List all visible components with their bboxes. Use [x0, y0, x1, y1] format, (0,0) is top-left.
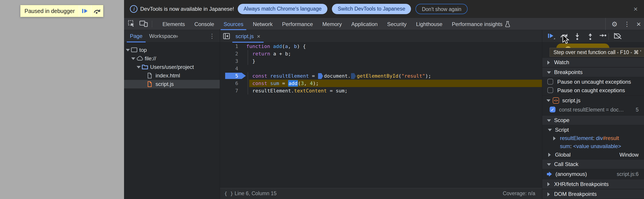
chevron-down-icon[interactable] — [126, 49, 130, 51]
breakpoint-file-group[interactable]: <> script.js — [542, 96, 644, 105]
scope-global-group[interactable]: Global Window — [542, 150, 644, 159]
section-dom-breakpoints[interactable]: DOM Breakpoints — [542, 189, 644, 199]
gutter-line-number[interactable]: 7 — [220, 87, 238, 94]
editor-debugger-divider[interactable] — [542, 30, 542, 199]
code-line-1[interactable]: function add(a, b) { — [243, 43, 542, 50]
main-tab-application[interactable]: Application — [346, 18, 382, 30]
main-tab-console[interactable]: Console — [190, 18, 219, 30]
inline-breakpoint-marker[interactable] — [351, 73, 356, 79]
hide-navigator-icon[interactable] — [223, 33, 230, 40]
main-tab-elements[interactable]: Elements — [158, 18, 190, 30]
main-tab-lighthouse[interactable]: Lighthouse — [411, 18, 447, 30]
step-button[interactable] — [599, 32, 607, 39]
script-file-icon: <> — [553, 97, 559, 104]
tree-item-script-js[interactable]: script.js — [124, 80, 220, 88]
main-tab-sources[interactable]: Sources — [219, 18, 248, 30]
token-pl: a + b; — [273, 51, 291, 56]
tab-label: Memory — [322, 18, 342, 30]
always-match-language-button[interactable]: Always match Chrome's language — [238, 4, 328, 14]
dont-show-again-button[interactable]: Don't show again — [416, 4, 468, 14]
token-kw: function — [246, 43, 273, 49]
token-pl: ) { — [297, 43, 306, 49]
main-tab-memory[interactable]: Memory — [318, 18, 347, 30]
chevron-down-icon[interactable] — [136, 66, 141, 68]
tab-close-icon[interactable]: × — [257, 33, 260, 39]
call-stack-frame[interactable]: (anonymous) script.js:6 — [542, 169, 644, 179]
tree-item-index-html[interactable]: index.html — [124, 71, 220, 80]
code-line-6[interactable]: const sum = add(3, 4); — [243, 80, 542, 87]
file-orange-icon — [147, 81, 152, 88]
main-tab-network[interactable]: Network — [248, 18, 277, 30]
inline-breakpoint-marker-active[interactable] — [318, 73, 323, 79]
tree-item-users-user-project[interactable]: Users/user/project — [124, 63, 220, 71]
step-into-button[interactable] — [574, 32, 581, 41]
debugger-toolbar-separator — [608, 33, 609, 40]
code-line-5[interactable]: const resultElement = document.getElemen… — [243, 72, 542, 80]
tab-label: Lighthouse — [416, 18, 442, 30]
code-line-7[interactable]: resultElement.textContent = sum; — [243, 87, 542, 94]
switch-to-japanese-button[interactable]: Switch DevTools to Japanese — [332, 4, 411, 14]
more-tabs-icon[interactable]: » — [175, 30, 178, 42]
tree-item-top[interactable]: top — [124, 46, 220, 54]
scope-var-resultElement[interactable]: resultElement: div#result — [542, 134, 644, 142]
token-vd: resultElement — [270, 73, 309, 79]
code-line-2[interactable]: return a + b; — [243, 50, 542, 57]
resume-script-button[interactable] — [79, 5, 91, 17]
settings-gear-icon[interactable]: ⚙ — [612, 20, 618, 28]
infobar-close-icon[interactable]: × — [634, 5, 638, 12]
step-over-button[interactable] — [560, 32, 568, 41]
gutter-line-number[interactable]: 2 — [220, 50, 238, 57]
pause-caught-checkbox[interactable] — [548, 87, 553, 93]
tab-workspace[interactable]: Workspace — [149, 30, 176, 42]
token-pl: } — [252, 58, 255, 64]
step-out-button[interactable] — [586, 32, 594, 41]
devtools-close-icon[interactable]: × — [636, 20, 641, 28]
chevron-down-icon[interactable] — [131, 57, 135, 60]
sidebar-editor-divider[interactable] — [220, 30, 220, 199]
deactivate-breakpoints-button[interactable] — [614, 32, 622, 41]
inspect-element-icon[interactable] — [128, 20, 135, 28]
chevron-down-icon — [547, 119, 551, 122]
section-scope[interactable]: Scope — [542, 115, 644, 125]
main-tab-performance-insights[interactable]: Performance insights — [447, 18, 515, 30]
tab-page[interactable]: Page — [130, 30, 142, 42]
token-num: 3 — [301, 81, 304, 86]
gutter-line-number[interactable]: 3 — [220, 57, 238, 65]
tab-script-js[interactable]: script.js × — [232, 30, 264, 43]
pause-uncaught-checkbox[interactable] — [548, 79, 553, 85]
section-xhr-breakpoints[interactable]: XHR/fetch Breakpoints — [542, 179, 644, 189]
section-watch[interactable]: Watch — [542, 57, 644, 67]
token-num: 4 — [310, 81, 313, 86]
tab-label: Performance — [282, 18, 313, 30]
tab-label: Sources — [224, 18, 243, 30]
tree-item-file-[interactable]: file:// — [124, 54, 220, 63]
gutter-line-number[interactable]: 1 — [220, 43, 238, 50]
device-toolbar-icon[interactable] — [139, 20, 148, 28]
paused-in-debugger-overlay: Paused in debugger — [20, 5, 103, 17]
overflow-menu-icon[interactable]: ⋮ — [624, 20, 630, 28]
scope-var-sum[interactable]: sum: <value unavailable> — [542, 142, 644, 150]
resume-button[interactable] — [548, 32, 556, 41]
step-over-button-overlay[interactable] — [91, 5, 103, 17]
gutter-line-number[interactable]: 5 — [220, 72, 238, 80]
code-line-4[interactable] — [243, 65, 542, 72]
main-tab-performance[interactable]: Performance — [277, 18, 318, 30]
chevron-down-icon — [546, 99, 550, 102]
token-pl: = sum; — [327, 88, 348, 94]
chevron-right-icon — [548, 61, 550, 65]
pretty-print-icon[interactable]: { } — [224, 188, 233, 199]
section-call-stack[interactable]: Call Stack — [542, 159, 644, 169]
main-tab-security[interactable]: Security — [382, 18, 412, 30]
section-breakpoints[interactable]: Breakpoints — [542, 67, 644, 77]
code-area[interactable]: 1function add(a, b) {2return a + b;3}45c… — [220, 43, 542, 188]
navigator-menu-icon[interactable]: ⋮ — [209, 30, 215, 42]
token-pl: ( — [282, 43, 285, 49]
token-call: add — [288, 80, 298, 87]
gutter-line-number[interactable]: 4 — [220, 65, 238, 72]
step-over-icon — [93, 8, 101, 14]
gutter-line-number[interactable]: 6 — [220, 80, 238, 87]
scope-script-group[interactable]: Script — [542, 126, 644, 134]
code-line-3[interactable]: } — [243, 57, 542, 65]
breakpoint-checkbox[interactable]: ✓ — [550, 107, 556, 112]
breakpoint-item[interactable]: ✓ const resultElement = doc… 5 — [542, 105, 644, 114]
